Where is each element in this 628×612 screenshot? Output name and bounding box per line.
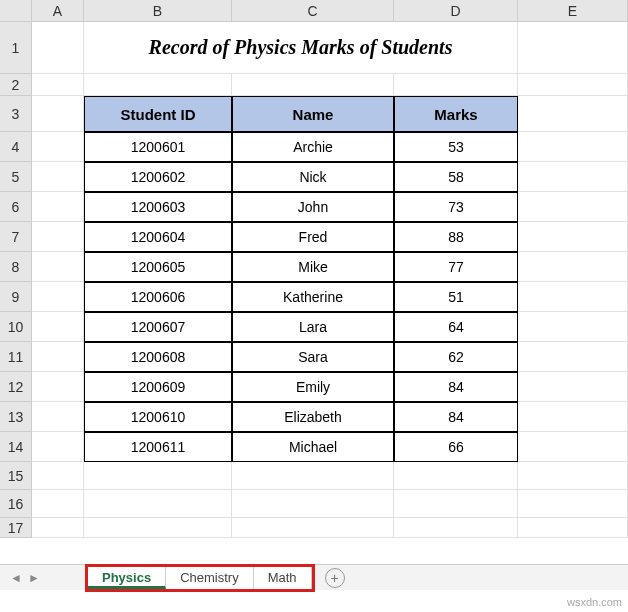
cell-D2[interactable] — [394, 74, 518, 96]
row-header-15[interactable]: 15 — [0, 462, 32, 490]
table-cell-id[interactable]: 1200609 — [84, 372, 232, 402]
table-cell-marks[interactable]: 51 — [394, 282, 518, 312]
table-cell-id[interactable]: 1200604 — [84, 222, 232, 252]
table-cell-marks[interactable]: 88 — [394, 222, 518, 252]
table-cell-name[interactable]: Emily — [232, 372, 394, 402]
sheet-tab-math[interactable]: Math — [254, 567, 312, 589]
sheet-tab-chemistry[interactable]: Chemistry — [166, 567, 254, 589]
table-cell-id[interactable]: 1200606 — [84, 282, 232, 312]
table-cell-id[interactable]: 1200611 — [84, 432, 232, 462]
table-cell-name[interactable]: Michael — [232, 432, 394, 462]
row-header-3[interactable]: 3 — [0, 96, 32, 132]
row-header-1[interactable]: 1 — [0, 22, 32, 74]
table-cell-id[interactable]: 1200605 — [84, 252, 232, 282]
table-cell-marks[interactable]: 66 — [394, 432, 518, 462]
table-header-name[interactable]: Name — [232, 96, 394, 132]
cell-E6[interactable] — [518, 192, 628, 222]
cell-A7[interactable] — [32, 222, 84, 252]
cell-A8[interactable] — [32, 252, 84, 282]
sheet-tab-physics[interactable]: Physics — [88, 567, 166, 589]
cell-D16[interactable] — [394, 490, 518, 518]
cell-E5[interactable] — [518, 162, 628, 192]
table-cell-marks[interactable]: 84 — [394, 402, 518, 432]
tab-nav-arrows[interactable]: ◄ ► — [10, 571, 40, 585]
table-cell-id[interactable]: 1200602 — [84, 162, 232, 192]
cell-A12[interactable] — [32, 372, 84, 402]
table-cell-name[interactable]: Nick — [232, 162, 394, 192]
cell-A15[interactable] — [32, 462, 84, 490]
table-cell-marks[interactable]: 58 — [394, 162, 518, 192]
cell-A6[interactable] — [32, 192, 84, 222]
cell-E16[interactable] — [518, 490, 628, 518]
table-cell-name[interactable]: Fred — [232, 222, 394, 252]
row-header-13[interactable]: 13 — [0, 402, 32, 432]
row-header-2[interactable]: 2 — [0, 74, 32, 96]
row-header-4[interactable]: 4 — [0, 132, 32, 162]
col-header-d[interactable]: D — [394, 0, 518, 22]
row-header-7[interactable]: 7 — [0, 222, 32, 252]
cell-D17[interactable] — [394, 518, 518, 538]
table-cell-id[interactable]: 1200607 — [84, 312, 232, 342]
cell-A16[interactable] — [32, 490, 84, 518]
cell-A11[interactable] — [32, 342, 84, 372]
select-all-corner[interactable] — [0, 0, 32, 22]
add-sheet-button[interactable]: + — [325, 568, 345, 588]
table-cell-marks[interactable]: 53 — [394, 132, 518, 162]
cell-A2[interactable] — [32, 74, 84, 96]
table-cell-marks[interactable]: 77 — [394, 252, 518, 282]
table-cell-id[interactable]: 1200608 — [84, 342, 232, 372]
cell-E13[interactable] — [518, 402, 628, 432]
cell-B16[interactable] — [84, 490, 232, 518]
table-cell-name[interactable]: Archie — [232, 132, 394, 162]
cell-E17[interactable] — [518, 518, 628, 538]
tab-nav-prev-icon[interactable]: ◄ — [10, 571, 22, 585]
cell-A17[interactable] — [32, 518, 84, 538]
row-header-12[interactable]: 12 — [0, 372, 32, 402]
table-cell-name[interactable]: Elizabeth — [232, 402, 394, 432]
row-header-10[interactable]: 10 — [0, 312, 32, 342]
cell-E1[interactable] — [518, 22, 628, 74]
table-cell-name[interactable]: Katherine — [232, 282, 394, 312]
cell-A13[interactable] — [32, 402, 84, 432]
table-cell-marks[interactable]: 73 — [394, 192, 518, 222]
col-header-c[interactable]: C — [232, 0, 394, 22]
table-cell-name[interactable]: Sara — [232, 342, 394, 372]
table-cell-id[interactable]: 1200601 — [84, 132, 232, 162]
row-header-8[interactable]: 8 — [0, 252, 32, 282]
row-header-11[interactable]: 11 — [0, 342, 32, 372]
row-header-6[interactable]: 6 — [0, 192, 32, 222]
table-header-studentid[interactable]: Student ID — [84, 96, 232, 132]
cell-E10[interactable] — [518, 312, 628, 342]
table-cell-name[interactable]: Mike — [232, 252, 394, 282]
cell-C15[interactable] — [232, 462, 394, 490]
table-cell-marks[interactable]: 64 — [394, 312, 518, 342]
row-header-16[interactable]: 16 — [0, 490, 32, 518]
cell-C16[interactable] — [232, 490, 394, 518]
table-cell-name[interactable]: John — [232, 192, 394, 222]
cell-E2[interactable] — [518, 74, 628, 96]
cell-A5[interactable] — [32, 162, 84, 192]
cell-A4[interactable] — [32, 132, 84, 162]
cell-E12[interactable] — [518, 372, 628, 402]
cell-A3[interactable] — [32, 96, 84, 132]
row-header-5[interactable]: 5 — [0, 162, 32, 192]
table-cell-marks[interactable]: 84 — [394, 372, 518, 402]
cell-E7[interactable] — [518, 222, 628, 252]
cell-B17[interactable] — [84, 518, 232, 538]
cell-B15[interactable] — [84, 462, 232, 490]
cell-C17[interactable] — [232, 518, 394, 538]
row-header-14[interactable]: 14 — [0, 432, 32, 462]
table-header-marks[interactable]: Marks — [394, 96, 518, 132]
cell-A9[interactable] — [32, 282, 84, 312]
table-cell-marks[interactable]: 62 — [394, 342, 518, 372]
cell-E3[interactable] — [518, 96, 628, 132]
tab-nav-next-icon[interactable]: ► — [28, 571, 40, 585]
col-header-e[interactable]: E — [518, 0, 628, 22]
table-cell-id[interactable]: 1200603 — [84, 192, 232, 222]
cell-E14[interactable] — [518, 432, 628, 462]
col-header-a[interactable]: A — [32, 0, 84, 22]
cell-A14[interactable] — [32, 432, 84, 462]
cell-E4[interactable] — [518, 132, 628, 162]
cell-C2[interactable] — [232, 74, 394, 96]
row-header-9[interactable]: 9 — [0, 282, 32, 312]
